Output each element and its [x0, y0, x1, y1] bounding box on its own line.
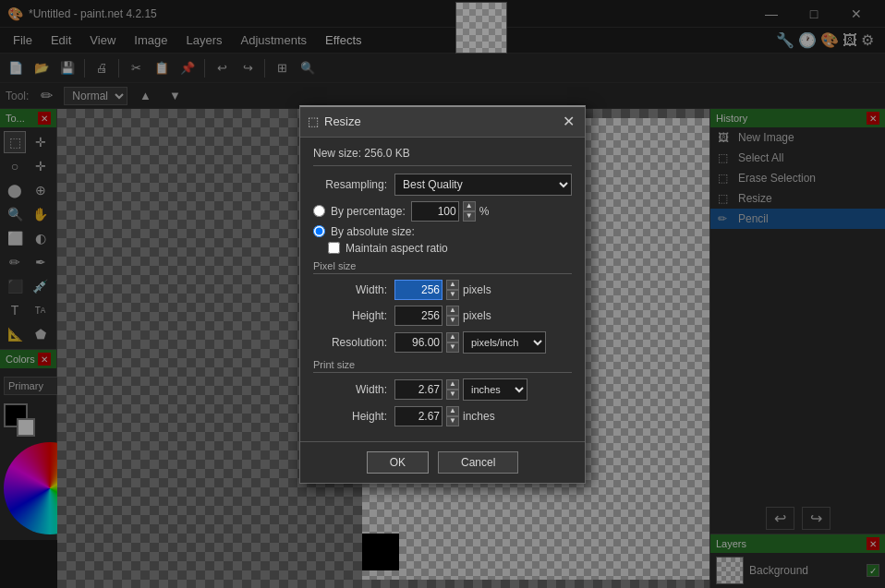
pixel-height-label: Height: [313, 309, 387, 322]
percentage-spinner: ▲ ▼ [463, 201, 476, 222]
print-height-unit: inches [463, 410, 495, 423]
print-size-section-label: Print size [313, 359, 572, 373]
dialog-titlebar: ⬚ Resize ✕ [300, 107, 585, 138]
print-height-input[interactable] [394, 406, 442, 426]
pixel-height-unit: pixels [463, 309, 491, 322]
percentage-up[interactable]: ▲ [463, 201, 476, 211]
resampling-label: Resampling: [313, 178, 387, 191]
resolution-up[interactable]: ▲ [446, 332, 459, 342]
pixel-width-spinner: ▲ ▼ [446, 280, 459, 300]
resize-dialog: ⬚ Resize ✕ New size: 256.0 KB Resampling… [299, 105, 586, 484]
new-size-info: New size: 256.0 KB [313, 147, 572, 166]
pixel-height-down[interactable]: ▼ [446, 316, 459, 326]
cancel-button[interactable]: Cancel [438, 451, 518, 474]
maintain-ratio-label: Maintain aspect ratio [346, 242, 448, 255]
by-percentage-label: By percentage: [331, 205, 406, 218]
dialog-body: New size: 256.0 KB Resampling: Best Qual… [300, 138, 585, 441]
pixel-size-section-label: Pixel size [313, 260, 572, 274]
print-width-input[interactable] [394, 379, 442, 400]
percentage-input[interactable] [411, 201, 459, 222]
pixel-width-up[interactable]: ▲ [446, 280, 459, 290]
by-percentage-radio[interactable] [313, 205, 325, 217]
pixel-height-up[interactable]: ▲ [446, 306, 459, 316]
print-width-up[interactable]: ▲ [446, 379, 459, 390]
pixel-height-row: Height: ▲ ▼ pixels [313, 306, 572, 326]
pixel-height-input-group: ▲ ▼ pixels [394, 306, 491, 326]
dialog-close-button[interactable]: ✕ [559, 113, 577, 131]
dialog-title-icon: ⬚ [308, 114, 319, 128]
resolution-label: Resolution: [313, 336, 387, 349]
print-width-unit-select[interactable]: inches cm [463, 378, 527, 401]
dialog-title-area: ⬚ Resize [308, 114, 361, 128]
resolution-spinner: ▲ ▼ [446, 332, 459, 353]
resolution-unit-select[interactable]: pixels/inch pixels/cm [463, 331, 546, 354]
maintain-ratio-checkbox[interactable] [328, 242, 340, 254]
pixel-height-input[interactable] [394, 306, 442, 326]
percentage-unit: % [479, 205, 490, 218]
percentage-input-group: ▲ ▼ % [411, 201, 490, 222]
pixel-size-label: Pixel size [313, 260, 356, 271]
by-absolute-radio[interactable] [313, 225, 325, 237]
dialog-title-label: Resize [324, 114, 361, 128]
print-width-input-group: ▲ ▼ inches cm [394, 378, 527, 401]
resolution-input[interactable] [394, 332, 442, 353]
percentage-down[interactable]: ▼ [463, 211, 476, 222]
resolution-row: Resolution: ▲ ▼ pixels/inch pixels/cm [313, 331, 572, 354]
print-height-label: Height: [313, 410, 387, 423]
resampling-row: Resampling: Best Quality Nearest Neighbo… [313, 174, 572, 196]
new-size-label: New size: 256.0 KB [313, 147, 410, 160]
pixel-width-input[interactable] [394, 280, 442, 300]
print-height-up[interactable]: ▲ [446, 406, 459, 416]
print-height-down[interactable]: ▼ [446, 416, 459, 426]
by-absolute-radio-row: By absolute size: [313, 225, 572, 238]
by-percentage-radio-row: By percentage: ▲ ▼ % [313, 201, 572, 222]
print-width-row: Width: ▲ ▼ inches cm [313, 378, 572, 401]
by-absolute-label: By absolute size: [331, 225, 415, 238]
print-height-spinner: ▲ ▼ [446, 406, 459, 426]
print-height-row: Height: ▲ ▼ inches [313, 406, 572, 426]
pixel-height-spinner: ▲ ▼ [446, 306, 459, 326]
print-size-label: Print size [313, 359, 355, 370]
resampling-select[interactable]: Best Quality Nearest Neighbor Bilinear B… [394, 174, 572, 196]
maintain-ratio-row: Maintain aspect ratio [328, 242, 572, 255]
ok-button[interactable]: OK [367, 451, 429, 474]
pixel-width-row: Width: ▲ ▼ pixels [313, 280, 572, 300]
print-width-label: Width: [313, 383, 387, 396]
resolution-input-group: ▲ ▼ pixels/inch pixels/cm [394, 331, 546, 354]
print-width-spinner: ▲ ▼ [446, 379, 459, 400]
dialog-footer: OK Cancel [300, 441, 585, 483]
pixel-width-down[interactable]: ▼ [446, 290, 459, 300]
print-width-down[interactable]: ▼ [446, 390, 459, 400]
modal-overlay: ⬚ Resize ✕ New size: 256.0 KB Resampling… [0, 0, 885, 588]
resolution-down[interactable]: ▼ [446, 342, 459, 353]
pixel-width-unit: pixels [463, 283, 491, 296]
pixel-width-label: Width: [313, 283, 387, 296]
print-height-input-group: ▲ ▼ inches [394, 406, 495, 426]
pixel-width-input-group: ▲ ▼ pixels [394, 280, 491, 300]
